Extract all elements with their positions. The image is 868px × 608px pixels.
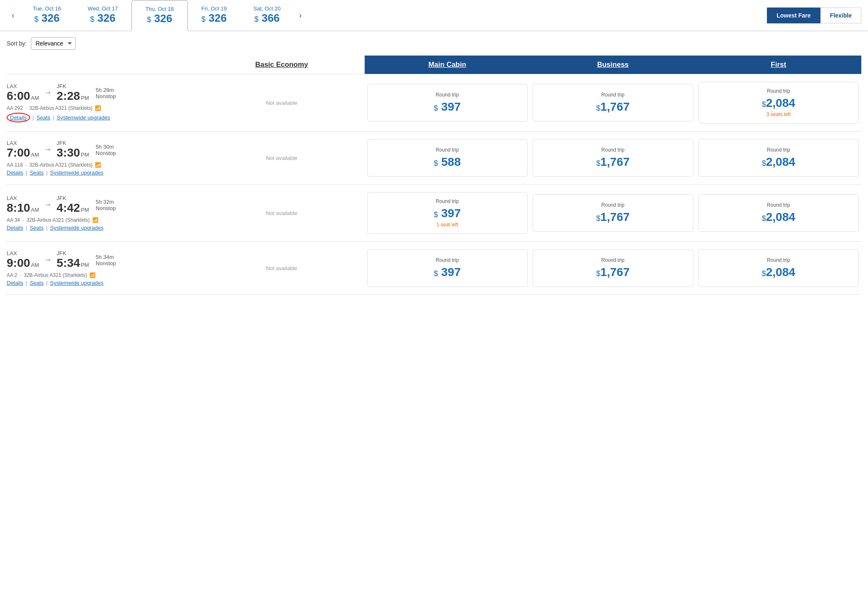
price-main-cabin-2[interactable]: Round trip $ 397 1 seat left — [367, 192, 528, 234]
systemwide-upgrades-link-0[interactable]: Systemwide upgrades — [57, 114, 110, 121]
date-label-0: Tue, Oct 16 — [33, 5, 61, 12]
col-header-business[interactable]: Business — [530, 56, 696, 74]
destination-2: JFK 4:42 PM — [57, 195, 89, 215]
date-label-1: Wed, Oct 17 — [88, 5, 118, 12]
date-price-2: $ 326 — [147, 12, 173, 25]
flight-meta-3: AA 2 · 32B-Airbus A321 (Sharklets) 📶 — [7, 272, 190, 278]
seats-link-1[interactable]: Seats — [30, 170, 43, 176]
date-price-1: $ 326 — [90, 12, 116, 25]
col-header-main-cabin[interactable]: Main Cabin — [365, 56, 530, 74]
price-business-1[interactable]: Round trip $1,767 — [533, 139, 693, 177]
price-basic-economy-3: Not available — [201, 249, 362, 287]
origin-3: LAX 9:00 AM — [7, 250, 39, 270]
date-tab-0[interactable]: Tue, Oct 16 $ 326 — [20, 0, 74, 31]
seats-left-0: 3 seats left — [766, 111, 791, 117]
flights-list: LAX 6:00 AM → JFK 2:28 PM 5h 28m N — [7, 74, 861, 295]
seats-link-2[interactable]: Seats — [30, 225, 43, 231]
date-tab-2[interactable]: Thu, Oct 18 $ 326 — [131, 0, 188, 31]
systemwide-upgrades-link-1[interactable]: Systemwide upgrades — [50, 170, 104, 176]
col-header-empty — [7, 56, 199, 74]
fare-type-buttons: Lowest Fare Flexible — [767, 8, 861, 23]
flight-links-3: Details | Seats | Systemwide upgrades — [7, 280, 190, 286]
col-header-basic-economy[interactable]: Basic Economy — [199, 56, 365, 74]
systemwide-upgrades-link-2[interactable]: Systemwide upgrades — [50, 225, 104, 231]
price-main-cabin-1[interactable]: Round trip $ 588 — [367, 139, 528, 177]
price-business-3[interactable]: Round trip $1,767 — [533, 249, 693, 287]
arrow-icon-0: → — [44, 89, 52, 97]
flight-info-1: LAX 7:00 AM → JFK 3:30 PM 5h 30m N — [7, 140, 199, 176]
flight-links-2: Details | Seats | Systemwide upgrades — [7, 225, 190, 231]
flight-meta-1: AA 118 · 32B-Airbus A321 (Sharklets) 📶 — [7, 162, 190, 168]
flight-meta-0: AA 292 · 32B-Airbus A321 (Sharklets) 📶 — [7, 105, 190, 111]
flight-links-0: Details | Seats | Systemwide upgrades — [7, 113, 190, 122]
wifi-icon-3: 📶 — [89, 272, 96, 278]
duration-block-3: 5h 34m Nonstop — [96, 254, 116, 266]
arrow-icon-1: → — [44, 145, 52, 154]
date-price-4: $ 366 — [254, 12, 280, 25]
origin-1: LAX 7:00 AM — [7, 140, 39, 160]
details-link-3[interactable]: Details — [7, 280, 23, 286]
details-link-1[interactable]: Details — [7, 170, 23, 176]
seats-link-0[interactable]: Seats — [36, 114, 50, 121]
date-tab-3[interactable]: Fri, Oct 19 $ 326 — [188, 0, 240, 31]
flight-info-3: LAX 9:00 AM → JFK 5:34 PM 5h 34m N — [7, 250, 199, 286]
price-main-cabin-3[interactable]: Round trip $ 397 — [367, 249, 528, 287]
flight-meta-2: AA 34 · 32B-Airbus A321 (Sharklets) 📶 — [7, 217, 190, 223]
price-business-2[interactable]: Round trip $1,767 — [533, 194, 693, 232]
flight-row-0: LAX 6:00 AM → JFK 2:28 PM 5h 28m N — [7, 74, 861, 132]
date-label-2: Thu, Oct 18 — [145, 6, 174, 12]
flight-links-1: Details | Seats | Systemwide upgrades — [7, 170, 190, 176]
flight-info-0: LAX 6:00 AM → JFK 2:28 PM 5h 28m N — [7, 83, 199, 122]
price-basic-economy-1: Not available — [201, 139, 362, 177]
price-first-0[interactable]: Round trip $2,084 3 seats left — [698, 82, 859, 124]
wifi-icon-0: 📶 — [95, 105, 101, 111]
column-headers: Basic Economy Main Cabin Business First — [7, 56, 861, 74]
wifi-icon-2: 📶 — [92, 217, 99, 223]
prev-date-arrow[interactable]: ‹ — [7, 4, 20, 27]
details-link-2[interactable]: Details — [7, 225, 23, 231]
flight-route-3: LAX 9:00 AM → JFK 5:34 PM 5h 34m N — [7, 250, 190, 270]
destination-3: JFK 5:34 PM — [57, 250, 89, 270]
flight-row-2: LAX 8:10 AM → JFK 4:42 PM 5h 32m N — [7, 185, 861, 242]
wifi-icon-1: 📶 — [95, 162, 101, 168]
price-business-0[interactable]: Round trip $1,767 — [533, 84, 693, 122]
price-main-cabin-0[interactable]: Round trip $ 397 — [367, 84, 528, 122]
flight-row-1: LAX 7:00 AM → JFK 3:30 PM 5h 30m N — [7, 132, 861, 185]
date-label-4: Sat, Oct 20 — [254, 5, 281, 12]
price-first-3[interactable]: Round trip $2,084 — [698, 249, 859, 287]
duration-block-0: 5h 28m Nonstop — [96, 87, 116, 99]
sort-bar: Sort by: Relevance Price Duration Depart… — [0, 31, 868, 50]
lowest-fare-button[interactable]: Lowest Fare — [767, 8, 820, 23]
date-tab-1[interactable]: Wed, Oct 17 $ 326 — [74, 0, 131, 31]
destination-1: JFK 3:30 PM — [57, 140, 89, 160]
seats-left-2: 1 seat left — [437, 222, 458, 228]
details-link-0[interactable]: Details — [10, 114, 27, 121]
seats-link-3[interactable]: Seats — [30, 280, 43, 286]
arrow-icon-2: → — [44, 200, 52, 209]
flight-route-1: LAX 7:00 AM → JFK 3:30 PM 5h 30m N — [7, 140, 190, 160]
sort-select[interactable]: Relevance Price Duration Departure Arriv… — [31, 37, 76, 50]
flexible-button[interactable]: Flexible — [820, 8, 861, 23]
duration-block-1: 5h 30m Nonstop — [96, 144, 116, 156]
date-label-3: Fri, Oct 19 — [201, 5, 227, 12]
arrow-icon-3: → — [44, 256, 52, 264]
destination-0: JFK 2:28 PM — [57, 83, 89, 103]
origin-2: LAX 8:10 AM — [7, 195, 39, 215]
date-price-0: $ 326 — [34, 12, 60, 25]
price-basic-economy-2: Not available — [201, 194, 362, 232]
next-date-arrow[interactable]: › — [294, 4, 307, 27]
date-tab-4[interactable]: Sat, Oct 20 $ 366 — [240, 0, 294, 31]
price-first-1[interactable]: Round trip $2,084 — [698, 139, 859, 177]
date-price-3: $ 326 — [201, 12, 227, 25]
flight-route-0: LAX 6:00 AM → JFK 2:28 PM 5h 28m N — [7, 83, 190, 103]
sort-label: Sort by: — [7, 40, 27, 47]
price-first-2[interactable]: Round trip $2,084 — [698, 194, 859, 232]
date-navigation: ‹ Tue, Oct 16 $ 326 Wed, Oct 17 $ 326 Th… — [0, 0, 868, 31]
col-header-first[interactable]: First — [696, 56, 862, 74]
price-basic-economy-0: Not available — [201, 84, 362, 122]
flight-info-2: LAX 8:10 AM → JFK 4:42 PM 5h 32m N — [7, 195, 199, 231]
origin-0: LAX 6:00 AM — [7, 83, 39, 103]
flight-row-3: LAX 9:00 AM → JFK 5:34 PM 5h 34m N — [7, 242, 861, 295]
systemwide-upgrades-link-3[interactable]: Systemwide upgrades — [50, 280, 104, 286]
duration-block-2: 5h 32m Nonstop — [96, 199, 116, 211]
